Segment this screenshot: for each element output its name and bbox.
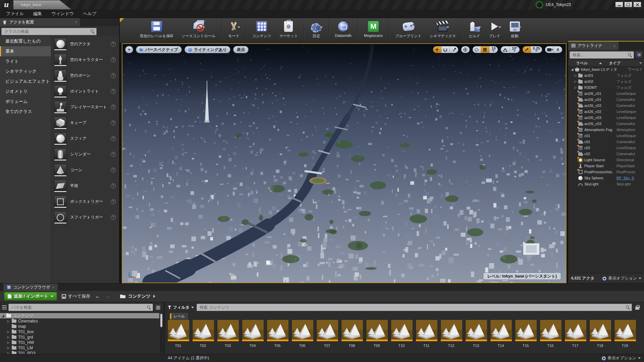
asset-tile-T02[interactable]: T02 — [192, 319, 214, 354]
asset-tile-T13[interactable]: T13 — [465, 319, 487, 354]
collapse-sources-icon[interactable] — [2, 305, 7, 309]
asset-tile-T01[interactable]: T01 — [167, 319, 189, 354]
expander-icon[interactable]: ▷ — [574, 80, 577, 83]
level-tab[interactable]: tokyo_base — [13, 0, 71, 9]
asset-tile-T05[interactable]: T05 — [266, 319, 288, 354]
grid-snap-button[interactable] — [481, 46, 489, 53]
category-5[interactable]: ジオメトリ — [0, 86, 51, 97]
menu-item-0[interactable]: ファイル — [6, 11, 24, 17]
asset-tile-T16[interactable]: T16 — [539, 319, 561, 354]
menu-item-3[interactable]: ヘルプ — [83, 11, 97, 17]
outliner-tab[interactable]: アウトライナ × — [568, 42, 619, 50]
category-3[interactable]: シネマティック — [0, 66, 51, 76]
toolbar-modes-button[interactable]: モード — [224, 19, 244, 40]
menu-item-2[interactable]: ウィンドウ — [51, 11, 74, 17]
help-icon[interactable]: ? — [111, 199, 116, 204]
outliner-row[interactable]: c02LevelSeque — [568, 145, 644, 151]
asset-tile-T17[interactable]: T17 — [564, 319, 586, 354]
expander-icon[interactable]: ▷ — [7, 319, 10, 323]
asset-tile-T14[interactable]: T14 — [490, 319, 512, 354]
place-actor-item[interactable]: 空のポーン? — [51, 68, 119, 83]
outliner-row[interactable]: SkyLightSkyLight — [568, 181, 644, 187]
world-local-toggle[interactable] — [461, 46, 470, 53]
asset-tile-T18[interactable]: T18 — [589, 319, 611, 354]
expander-icon[interactable]: ▷ — [7, 346, 10, 350]
show-button[interactable]: 表示 — [233, 46, 249, 53]
lock-icon[interactable] — [635, 307, 639, 310]
outliner-row[interactable]: c01LevelSeque — [568, 133, 644, 139]
outliner-row[interactable]: Light SourceDirectional — [568, 157, 644, 163]
save-all-button[interactable]: すべて保存 — [62, 293, 90, 299]
filters-button[interactable]: フィルタ — [168, 305, 194, 310]
help-icon[interactable]: ? — [111, 136, 116, 141]
level-filter-chip[interactable]: レベル — [170, 313, 188, 319]
outliner-row[interactable]: c01CameraAct — [568, 139, 644, 145]
close-icon[interactable]: × — [75, 20, 77, 24]
surface-snap-button[interactable] — [473, 46, 481, 53]
asset-tile-T15[interactable]: T15 — [515, 319, 537, 354]
folder-item-T01_box[interactable]: ▷T01_box — [0, 329, 159, 335]
forward-button[interactable]: → — [105, 293, 110, 299]
outliner-row[interactable]: act26_c02LevelSeque — [568, 109, 644, 115]
actor-type[interactable]: BP_Sky_S — [616, 176, 634, 180]
help-icon[interactable]: ? — [111, 105, 116, 110]
place-actor-item[interactable]: シリンダー? — [51, 146, 119, 162]
folder-item-T01_LM[interactable]: ▷T01_LM — [0, 345, 159, 351]
angle-snap-value[interactable]: 10° — [510, 46, 520, 53]
help-icon[interactable]: ? — [111, 42, 116, 47]
scale-tool-button[interactable] — [450, 46, 458, 53]
expander-icon[interactable]: ▷ — [574, 74, 577, 77]
toolbar-save-button[interactable]: 現在のレベルを保存 — [136, 19, 177, 40]
toolbar-cinematics-button[interactable]: シネマティクス — [426, 19, 460, 40]
toolbar-settings-button[interactable]: 設定 — [306, 19, 326, 40]
outliner-row[interactable]: PostProcessVoluPostProces — [568, 169, 644, 175]
help-icon[interactable]: ? — [111, 215, 116, 220]
folder-item-map[interactable]: map — [0, 324, 159, 329]
asset-search-input[interactable] — [197, 304, 632, 311]
outliner-row[interactable]: act26_c02CameraAct — [568, 103, 644, 109]
help-icon[interactable]: ? — [111, 120, 116, 125]
category-0[interactable]: 最近配置したもの — [0, 36, 51, 46]
asset-tile-T10[interactable]: T10 — [390, 319, 413, 354]
place-actor-item[interactable]: スフィア? — [51, 131, 119, 146]
breadcrumb-expand-icon[interactable] — [153, 295, 157, 298]
back-button[interactable]: ← — [95, 293, 100, 299]
folder-tree-scrollbar[interactable] — [160, 313, 163, 353]
expander-icon[interactable]: ◢ — [571, 68, 574, 71]
grid-snap-value[interactable]: 10 — [489, 46, 498, 53]
close-icon[interactable]: × — [52, 285, 54, 289]
place-actor-item[interactable]: プレイヤースタート? — [51, 99, 119, 115]
place-actor-item[interactable]: ポイントライト? — [51, 83, 119, 99]
outliner-row[interactable]: ▷act01フォルダ — [568, 72, 644, 78]
outliner-row[interactable]: ▷R3DMTフォルダ — [568, 84, 644, 90]
expander-icon[interactable]: ▷ — [7, 336, 10, 339]
close-button[interactable] — [633, 2, 641, 7]
help-icon[interactable]: ? — [111, 168, 116, 173]
label-column-header[interactable]: ラベル — [576, 61, 588, 66]
category-2[interactable]: ライト — [0, 56, 51, 66]
move-tool-button[interactable] — [433, 46, 441, 53]
folder-item-コンテンツ[interactable]: ◢コンテンツ — [0, 313, 159, 318]
outliner-row[interactable]: Sky SphereBP_Sky_S — [568, 175, 644, 181]
class-search-input[interactable] — [1, 28, 97, 35]
asset-tile-T03[interactable]: T03 — [217, 319, 239, 354]
place-actor-item[interactable]: スフィアトリガー? — [51, 209, 119, 225]
help-icon[interactable]: ? — [111, 73, 116, 78]
outliner-row[interactable]: Player StartPlayerStart — [568, 163, 644, 169]
folder-item-T01_grd[interactable]: ▷T01_grd — [0, 335, 159, 340]
expander-icon[interactable]: ▷ — [7, 352, 10, 354]
asset-tile-T07[interactable]: T07 — [316, 319, 338, 354]
place-actor-item[interactable]: 空のアクタ? — [51, 36, 119, 52]
place-actor-item[interactable]: コーン? — [51, 162, 119, 178]
minimize-button[interactable] — [615, 2, 623, 7]
asset-tile-T09[interactable]: T09 — [366, 319, 388, 354]
asset-tile-T11[interactable]: T11 — [415, 319, 437, 354]
viewport[interactable]: パースペクティブ ライティングあり 表示 10 — [122, 43, 567, 283]
toolbar-market-button[interactable]: マーケット — [275, 19, 302, 40]
place-actors-tab[interactable]: アクタを配置 × — [0, 18, 80, 26]
toolbar-blueprints-button[interactable]: ブループリント — [391, 19, 426, 40]
lighting-mode-button[interactable]: ライティングあり — [184, 46, 230, 53]
breadcrumb[interactable]: コンテンツ — [120, 293, 157, 299]
outliner-view-options-button[interactable]: 表示オプション — [602, 276, 641, 281]
content-view-options-button[interactable]: 表示オプション — [601, 355, 641, 361]
